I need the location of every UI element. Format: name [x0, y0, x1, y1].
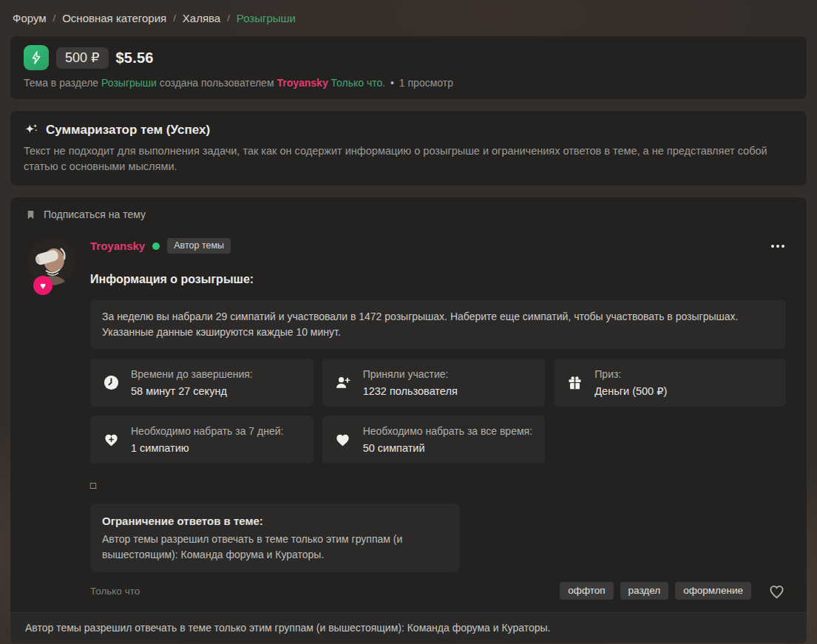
thread-meta-line: Тема в разделе Розыгрыши создана пользов… [24, 77, 793, 89]
stat-label: Необходимо набрать за 7 дней: [131, 425, 283, 437]
giveaway-stats-grid: Времени до завершения: 58 минут 27 секун… [90, 359, 786, 464]
stat-likes-week: Необходимо набрать за 7 дней: 1 симпатию [90, 416, 313, 464]
section-link[interactable]: Розыгрыши [101, 77, 157, 89]
tag-offtopic[interactable]: оффтоп [560, 582, 613, 600]
clock-icon [102, 374, 120, 391]
reply-restriction-body: Автор темы разрешил отвечать в теме толь… [102, 532, 448, 563]
post: ♥ Troyansky Автор темы Информация о розы… [10, 220, 807, 612]
post-header: Troyansky Автор темы [90, 238, 786, 254]
lightning-icon [24, 45, 49, 70]
post-timestamp[interactable]: Только что [90, 586, 140, 597]
breadcrumb-separator: / [227, 13, 230, 24]
breadcrumb-item-forum[interactable]: Форум [13, 12, 47, 24]
meta-bullet: • [390, 77, 394, 89]
post-author-username[interactable]: Troyansky [90, 240, 145, 252]
sparkles-icon [24, 122, 39, 138]
subscribe-label: Подписаться на тему [44, 209, 146, 220]
post-content: Troyansky Автор темы Информация о розыгр… [90, 238, 786, 612]
author-link[interactable]: Troyansky [277, 77, 328, 89]
breadcrumb-item-freebies[interactable]: Халява [183, 12, 220, 24]
breadcrumb-item-giveaways-current[interactable]: Розыгрыши [237, 12, 296, 24]
tag-design[interactable]: оформление [675, 582, 751, 600]
thread-footer-note: Автор темы разрешил отвечать в теме толь… [10, 612, 807, 643]
more-options-icon[interactable] [770, 242, 786, 251]
stat-label: Времени до завершения: [131, 368, 253, 380]
stat-value: 50 симпатий [363, 442, 532, 454]
sympathy-notice-box: За неделю вы набрали 29 симпатий и участ… [90, 300, 786, 349]
stat-prize: Приз: Деньги (500 ₽) [554, 359, 786, 407]
summarizer-title: Суммаризатор тем (Успех) [46, 123, 210, 138]
breadcrumb-separator: / [173, 13, 176, 24]
stat-label: Необходимо набрать за все время: [363, 425, 532, 437]
stat-value: 58 минут 27 секунд [131, 385, 253, 397]
reply-restriction-title: Ограничение ответов в теме: [102, 513, 448, 530]
prize-amount-row: 500 ₽ $5.56 [24, 45, 793, 70]
heart-icon [334, 431, 352, 448]
bookmark-icon [25, 209, 36, 220]
prize-usd-value: $5.56 [116, 50, 154, 67]
reply-restriction-box: Ограничение ответов в теме: Автор темы р… [90, 504, 460, 572]
missing-glyph: □ [90, 480, 786, 491]
stat-value: 1 симпатию [131, 442, 283, 454]
breadcrumb-separator: / [53, 13, 56, 24]
breadcrumb-item-main-category[interactable]: Основная категория [62, 12, 166, 24]
breadcrumb: Форум / Основная категория / Халява / Ро… [10, 0, 807, 24]
stat-label: Приняли участие: [363, 368, 458, 380]
forum-thread-page: Форум / Основная категория / Халява / Ро… [0, 0, 817, 643]
summarizer-title-row: Суммаризатор тем (Успех) [24, 122, 793, 138]
thread-author-badge: Автор темы [167, 238, 231, 254]
thread-card: Подписаться на тему [10, 197, 807, 643]
meta-prefix: Тема в разделе [24, 77, 98, 89]
heart-outline-icon[interactable] [767, 582, 786, 600]
meta-middle: создана пользователем [160, 77, 274, 89]
heart-plus-icon [102, 431, 120, 448]
post-footer: Только что оффтоп раздел оформление [90, 582, 786, 612]
avatar-heart-badge-icon: ♥ [33, 276, 52, 295]
stat-value: 1232 пользователя [363, 385, 458, 397]
stat-value: Деньги (500 ₽) [594, 385, 667, 397]
gift-icon [566, 374, 583, 391]
online-status-icon [152, 243, 160, 250]
summarizer-card: Суммаризатор тем (Успех) Текст не подход… [10, 111, 807, 186]
tag-section[interactable]: раздел [620, 582, 669, 600]
prize-amount-badge: 500 ₽ [56, 47, 109, 69]
stat-likes-total: Необходимо набрать за все время: 50 симп… [322, 416, 546, 464]
summarizer-body: Текст не подходит для выполнения задачи,… [24, 143, 793, 174]
thread-summary-card: 500 ₽ $5.56 Тема в разделе Розыгрыши соз… [10, 36, 807, 99]
stat-label: Приз: [594, 368, 667, 380]
user-plus-icon [334, 374, 352, 391]
stat-participants: Приняли участие: 1232 пользователя [322, 359, 546, 407]
avatar-wrap: ♥ [28, 238, 75, 612]
stat-time-remaining: Времени до завершения: 58 минут 27 секун… [90, 359, 313, 407]
tag-list: оффтоп раздел оформление [560, 582, 751, 600]
time-link[interactable]: Только что. [331, 77, 386, 89]
subscribe-button[interactable]: Подписаться на тему [10, 197, 160, 220]
giveaway-info-heading: Информация о розыгрыше: [90, 273, 786, 286]
views-count: 1 просмотр [399, 77, 453, 89]
